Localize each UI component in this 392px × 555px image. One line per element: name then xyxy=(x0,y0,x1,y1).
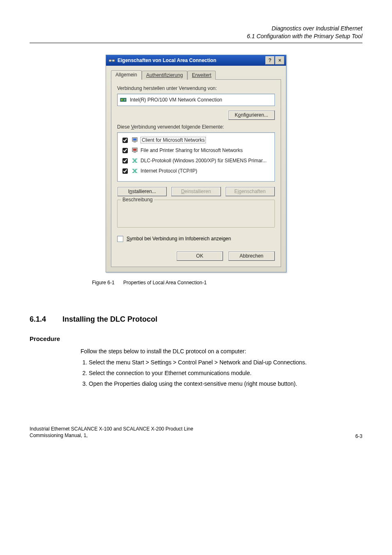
adapter-name: Intel(R) PRO/100 VM Network Connection xyxy=(130,97,222,103)
service-icon xyxy=(131,147,138,154)
svg-rect-9 xyxy=(133,149,136,151)
client-icon xyxy=(131,137,138,143)
checkbox-client[interactable] xyxy=(122,138,128,143)
components-listbox[interactable]: Client for Microsoft Networks File and P… xyxy=(117,132,275,182)
footer-line2: Commissioning Manual, 1, xyxy=(30,432,193,439)
label-connect-using: Verbindung herstellen unter Verwendung v… xyxy=(117,85,275,91)
connection-icon xyxy=(108,57,115,64)
svg-rect-3 xyxy=(121,99,122,101)
properties-dialog: Eigenschaften von Local Area Connection … xyxy=(106,55,286,272)
close-button[interactable]: × xyxy=(275,56,284,64)
dialog-title: Eigenschaften von Local Area Connection xyxy=(118,58,216,63)
list-item: Open the Properties dialog using the con… xyxy=(89,380,362,389)
install-button[interactable]: Installieren... xyxy=(117,187,167,196)
svg-rect-7 xyxy=(134,142,136,143)
procedure-intro: Follow the steps below to install the DL… xyxy=(81,347,362,356)
figure-caption: Figure 6-1 Properties of Local Area Conn… xyxy=(92,280,362,286)
section-title: Installing the DLC Protocol xyxy=(62,315,157,324)
svg-rect-1 xyxy=(112,60,115,62)
figure-text: Properties of Local Area Connection-1 xyxy=(123,280,207,286)
protocol-icon xyxy=(131,168,138,174)
section-number: 6.1.4 xyxy=(30,315,46,324)
svg-rect-6 xyxy=(133,138,136,140)
tab-general[interactable]: Allgemein xyxy=(111,70,142,80)
dialog-titlebar[interactable]: Eigenschaften von Local Area Connection … xyxy=(106,55,286,66)
list-item-label: File and Printer Sharing for Microsoft N… xyxy=(141,147,243,153)
procedure-heading: Procedure xyxy=(30,335,362,342)
footer-line1: Industrial Ethernet SCALANCE X-100 and S… xyxy=(30,426,193,433)
tab-advanced-label: Erweitert xyxy=(192,72,211,78)
footer-page: 6-3 xyxy=(355,433,362,439)
show-icon-checkbox[interactable] xyxy=(117,236,123,242)
ok-button[interactable]: OK xyxy=(176,251,223,261)
list-item-label: Client for Microsoft Networks xyxy=(141,137,206,143)
list-item-label: Internet Protocol (TCP/IP) xyxy=(141,168,197,174)
help-button[interactable]: ? xyxy=(265,56,274,64)
figure-number: Figure 6-1 xyxy=(92,280,115,286)
label-uses-elements: Diese Verbindung verwendet folgende Elem… xyxy=(117,124,275,130)
tab-strip: Allgemein Authentifizierung Erweitert xyxy=(111,70,281,79)
header-line1: Diagnostics over Industrial Ethernet xyxy=(30,25,362,32)
svg-rect-0 xyxy=(109,60,111,62)
show-icon-label: Symbol bei Verbindung im Infobereich anz… xyxy=(127,236,231,242)
svg-rect-4 xyxy=(124,99,125,101)
list-item[interactable]: Client for Microsoft Networks xyxy=(120,135,272,145)
list-item-label: DLC-Protokoll (Windows 2000/XP) für SIEM… xyxy=(141,158,267,164)
checkbox-dlc[interactable] xyxy=(122,158,128,164)
list-item: Select the connection to your Ethernet c… xyxy=(89,369,362,378)
description-legend: Beschreibung xyxy=(121,197,154,203)
properties-button: Eigenschaften xyxy=(225,187,275,196)
procedure-steps: Select the menu Start > Settings > Contr… xyxy=(81,358,362,388)
header-rule xyxy=(30,43,362,43)
list-item[interactable]: DLC-Protokoll (Windows 2000/XP) für SIEM… xyxy=(120,156,272,166)
list-item: Select the menu Start > Settings > Contr… xyxy=(89,358,362,367)
tab-auth[interactable]: Authentifizierung xyxy=(142,71,187,80)
header-line2: 6.1 Configuration with the Primary Setup… xyxy=(30,32,362,40)
adapter-field: Intel(R) PRO/100 VM Network Connection xyxy=(117,94,275,106)
description-group: Beschreibung xyxy=(117,200,275,228)
tab-panel-general: Verbindung herstellen unter Verwendung v… xyxy=(111,79,281,267)
uninstall-button: Deinstallieren xyxy=(171,187,221,196)
checkbox-fileshare[interactable] xyxy=(122,148,128,153)
nic-icon xyxy=(120,97,127,103)
protocol-icon xyxy=(131,157,138,164)
configure-button[interactable]: Konfigurieren... xyxy=(228,110,275,120)
cancel-button[interactable]: Abbrechen xyxy=(228,251,275,261)
show-icon-row[interactable]: Symbol bei Verbindung im Infobereich anz… xyxy=(117,236,275,242)
tab-auth-label: Authentifizierung xyxy=(146,72,183,78)
list-item[interactable]: File and Printer Sharing for Microsoft N… xyxy=(120,145,272,156)
list-item[interactable]: Internet Protocol (TCP/IP) xyxy=(120,166,272,176)
tab-advanced[interactable]: Erweitert xyxy=(187,71,216,80)
checkbox-tcpip[interactable] xyxy=(122,168,128,174)
svg-rect-10 xyxy=(134,152,136,153)
